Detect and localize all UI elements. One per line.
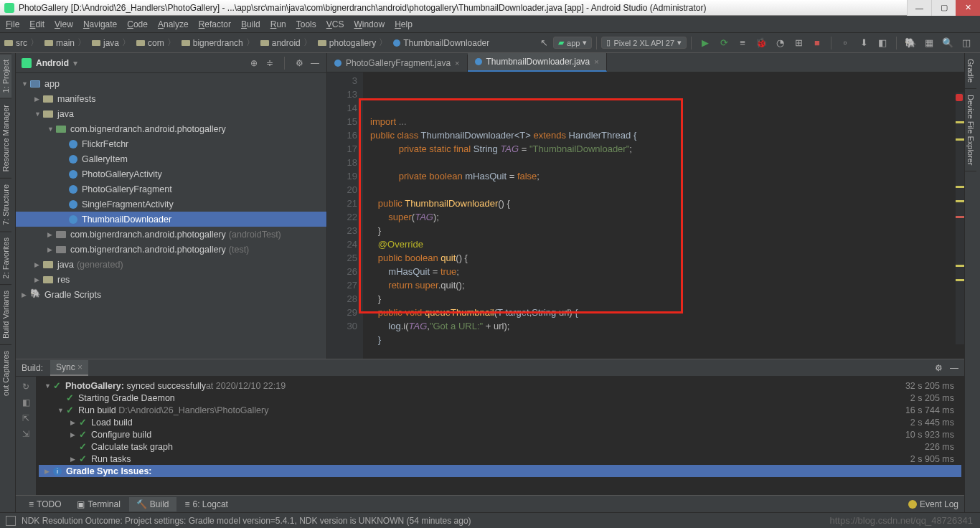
project-structure-icon[interactable]: ▦	[923, 37, 936, 50]
build-row[interactable]: ▶✓Run tasks2 s 905 ms	[39, 453, 961, 465]
editor-tab[interactable]: PhotoGalleryFragment.java×	[327, 55, 468, 72]
tab-logcat[interactable]: ≡ 6: Logcat	[178, 497, 235, 512]
tree-app-module[interactable]: ▼app	[16, 76, 326, 91]
tab-todo[interactable]: ≡ TODO	[22, 497, 68, 512]
maximize-button[interactable]: ▢	[931, 0, 956, 16]
tool-windows-icon[interactable]	[6, 516, 16, 526]
breadcrumb-item[interactable]: ThumbnailDownloader	[393, 38, 489, 48]
build-row[interactable]: ▶✓Configure build10 s 923 ms	[39, 428, 961, 440]
layout-inspector-icon[interactable]: ◧	[876, 37, 889, 50]
menu-navigate[interactable]: Navigate	[83, 19, 117, 29]
close-tab-icon[interactable]: ×	[455, 59, 459, 67]
left-tab-out-captures[interactable]: out Captures	[0, 344, 11, 402]
right-tab-gradle[interactable]: Gradle	[965, 53, 976, 89]
apply-code-icon[interactable]: ≡	[736, 37, 749, 50]
gear-icon[interactable]: ⚙	[935, 363, 943, 373]
sync-gradle-icon[interactable]: 🐘	[904, 37, 917, 50]
breadcrumb-item[interactable]: main〉	[44, 37, 89, 49]
left-tab----project[interactable]: 1: Project	[0, 53, 11, 98]
menu-file[interactable]: File	[6, 19, 19, 29]
left-tab----structure[interactable]: 7: Structure	[0, 178, 11, 231]
breadcrumb-item[interactable]: android〉	[260, 37, 315, 49]
editor-tab[interactable]: ThumbnailDownloader.java×	[468, 53, 607, 72]
error-badge-icon[interactable]	[956, 94, 963, 101]
minimize-button[interactable]: —	[907, 0, 931, 16]
menu-window[interactable]: Window	[354, 19, 385, 29]
breadcrumb-item[interactable]: photogallery〉	[318, 37, 390, 49]
project-tree[interactable]: ▼app▶manifests▼java▼com.bignerdranch.and…	[16, 73, 326, 359]
error-stripe[interactable]	[956, 93, 964, 344]
run-button[interactable]: ▶	[699, 37, 712, 50]
menu-vcs[interactable]: VCS	[326, 19, 344, 29]
menu-tools[interactable]: Tools	[296, 19, 316, 29]
tree-package-test[interactable]: ▶com.bignerdranch.android.photogallery(t…	[16, 242, 326, 257]
gear-icon[interactable]: ⚙	[293, 57, 305, 69]
tree-java[interactable]: ▼java	[16, 106, 326, 121]
close-button[interactable]: ✕	[956, 0, 980, 16]
tree-package-androidtest[interactable]: ▶com.bignerdranch.android.photogallery(a…	[16, 227, 326, 242]
menu-view[interactable]: View	[55, 19, 73, 29]
menu-code[interactable]: Code	[127, 19, 148, 29]
build-row[interactable]: ✓Starting Gradle Daemon2 s 205 ms	[39, 392, 961, 404]
tab-build[interactable]: 🔨 Build	[129, 497, 176, 512]
tree-gradle-scripts[interactable]: ▶Gradle Scripts	[16, 287, 326, 302]
tree-class-photogalleryactivity[interactable]: PhotoGalleryActivity	[16, 166, 326, 182]
menu-edit[interactable]: Edit	[29, 19, 44, 29]
menu-build[interactable]: Build	[241, 19, 260, 29]
select-opened-file-icon[interactable]: ⊕	[248, 57, 260, 69]
close-tab-icon[interactable]: ×	[594, 57, 598, 66]
tree-class-thumbnaildownloader[interactable]: ThumbnailDownloader	[16, 212, 326, 227]
collapse-icon[interactable]: ⇲	[20, 428, 32, 440]
build-output-tree[interactable]: ▼✓PhotoGallery: synced successfully at 2…	[36, 377, 964, 495]
left-tab----favorites[interactable]: 2: Favorites	[0, 231, 11, 284]
search-everywhere-icon[interactable]: 🔍	[941, 37, 954, 50]
back-icon[interactable]: ↖	[537, 37, 550, 50]
build-row[interactable]: ▼✓Run build D:\Android\26_Handlers\Photo…	[39, 404, 961, 416]
breadcrumb-item[interactable]: bignerdranch〉	[182, 37, 258, 49]
menu-analyze[interactable]: Analyze	[158, 19, 189, 29]
expand-icon[interactable]: ⇱	[20, 412, 32, 424]
restart-icon[interactable]: ↻	[20, 381, 32, 392]
line-gutter[interactable]: 3131415161718192021222324252627282930	[327, 72, 363, 362]
breadcrumb-item[interactable]: com〉	[136, 37, 179, 49]
avd-manager-icon[interactable]: ▫	[839, 37, 852, 50]
left-tab-resource-manager[interactable]: Resource Manager	[0, 98, 11, 178]
build-row[interactable]: ▶✓Load build2 s 445 ms	[39, 416, 961, 428]
tree-class-flickrfetchr[interactable]: FlickrFetchr	[16, 136, 326, 151]
apply-changes-icon[interactable]: ⟳	[717, 37, 730, 50]
menu-help[interactable]: Help	[395, 19, 413, 29]
settings-icon[interactable]: ◫	[960, 37, 973, 50]
tree-class-singlefragmentactivity[interactable]: SingleFragmentActivity	[16, 197, 326, 212]
left-tab-build-variants[interactable]: Build Variants	[0, 284, 11, 344]
build-row[interactable]: ▼✓PhotoGallery: synced successfully at 2…	[39, 380, 961, 392]
breadcrumb-item[interactable]: java〉	[92, 37, 133, 49]
stop-button[interactable]: ■	[811, 37, 824, 50]
toggle-view-icon[interactable]: ◧	[20, 397, 32, 408]
menu-refactor[interactable]: Refactor	[199, 19, 231, 29]
event-log-button[interactable]: Event Log	[908, 499, 958, 509]
expand-all-icon[interactable]: ≑	[264, 57, 275, 69]
device-dropdown[interactable]: ▯ Pixel 2 XL API 27 ▾	[601, 37, 687, 49]
build-sync-tab[interactable]: Sync ×	[50, 360, 88, 376]
build-row[interactable]: ✓Calculate task graph226 ms	[39, 440, 961, 453]
hide-panel-icon[interactable]: —	[309, 57, 321, 69]
tree-java-generated[interactable]: ▶java(generated)	[16, 257, 326, 272]
tree-class-photogalleryfragment[interactable]: PhotoGalleryFragment	[16, 182, 326, 197]
tree-res[interactable]: ▶res	[16, 272, 326, 287]
attach-debugger-icon[interactable]: ⊞	[792, 37, 805, 50]
tree-manifests[interactable]: ▶manifests	[16, 91, 326, 106]
hide-panel-icon[interactable]: —	[950, 363, 958, 373]
debug-button[interactable]: 🐞	[755, 37, 768, 50]
menu-run[interactable]: Run	[270, 19, 286, 29]
breadcrumb-item[interactable]: src〉	[4, 37, 42, 49]
sdk-manager-icon[interactable]: ⬇	[857, 37, 870, 50]
right-tab-device-file-explorer[interactable]: Device File Explorer	[965, 89, 976, 171]
build-row[interactable]: ▶iGradle Sync Issues:	[39, 465, 961, 477]
tree-class-galleryitem[interactable]: GalleryItem	[16, 151, 326, 166]
code-content[interactable]: import ...public class ThumbnailDownload…	[363, 72, 964, 362]
project-view-selector[interactable]: Android	[36, 58, 69, 68]
run-config-dropdown[interactable]: ▰ app ▾	[553, 37, 592, 49]
tab-terminal[interactable]: ▣ Terminal	[70, 497, 127, 512]
chevron-down-icon[interactable]: ▾	[73, 58, 77, 68]
tree-package-main[interactable]: ▼com.bignerdranch.android.photogallery	[16, 121, 326, 136]
